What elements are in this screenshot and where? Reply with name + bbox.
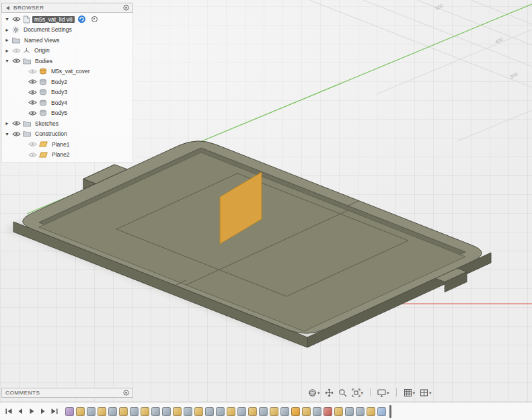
visibility-eye-icon[interactable] [28, 141, 37, 147]
timeline-feature-sketch[interactable] [141, 407, 149, 416]
timeline-feature-extrude[interactable] [237, 407, 246, 416]
browser-item-origin[interactable]: ▸Origin [2, 46, 132, 56]
visibility-eye-icon[interactable] [28, 99, 37, 106]
browser-item-construction[interactable]: ▾Construction [2, 129, 132, 140]
timeline-feature-extrude[interactable] [345, 407, 354, 416]
expand-icon[interactable]: ▸ [4, 48, 10, 54]
comments-title: COMMENTS [5, 390, 40, 396]
orbit-button[interactable]: ▾ [308, 388, 320, 397]
step-forward-button[interactable] [38, 407, 48, 417]
browser-item-label: Body2 [49, 79, 69, 85]
timeline-feature-sketch[interactable] [76, 407, 85, 416]
collapse-icon[interactable]: ▾ [4, 58, 10, 64]
expand-icon[interactable]: ▸ [4, 37, 10, 43]
timeline-feature-extrude[interactable] [130, 407, 139, 416]
timeline-feature-sketch[interactable] [334, 407, 343, 416]
panel-options-icon[interactable] [123, 5, 129, 11]
collapse-icon[interactable]: ▾ [4, 16, 10, 22]
grid-snaps-button[interactable]: ▾ [404, 388, 416, 397]
timeline-feature-sketch[interactable] [119, 407, 128, 416]
browser-item-bodies[interactable]: ▾Bodies [2, 56, 132, 67]
expand-icon[interactable]: ▸ [4, 27, 10, 33]
viewport-canvas[interactable]: 500400300 BROWSER ▾m5s_vat_lid v8▸Docume… [0, 0, 532, 402]
dropdown-caret-icon: ▾ [429, 390, 432, 395]
browser-title: BROWSER [13, 5, 44, 11]
visibility-eye-icon[interactable] [12, 16, 21, 22]
display-settings-button[interactable]: ▾ [377, 388, 389, 397]
visibility-eye-icon[interactable] [28, 152, 37, 158]
model-vat-lid[interactable] [4, 141, 491, 347]
dropdown-caret-icon: ▾ [317, 390, 320, 395]
timeline-feature-extrude[interactable] [313, 407, 321, 416]
timeline-feature-sketch[interactable] [173, 407, 182, 416]
browser-item-body4[interactable]: Body4 [2, 97, 132, 108]
timeline-feature-extrude[interactable] [87, 407, 96, 416]
visibility-eye-icon[interactable] [28, 79, 37, 85]
timeline-feature-extrude[interactable] [259, 407, 268, 416]
viewports-button[interactable]: ▾ [420, 388, 432, 397]
dropdown-caret-icon: ▾ [361, 390, 364, 395]
visibility-eye-icon[interactable] [12, 120, 21, 126]
browser-item-body2[interactable]: Body2 [2, 77, 132, 87]
timeline-feature-sketch[interactable] [248, 407, 257, 416]
browser-item-body5[interactable]: Body5 [2, 108, 132, 119]
browser-item-plane1[interactable]: Plane1 [2, 139, 132, 150]
timeline-position-marker[interactable] [389, 405, 391, 418]
document-icon [23, 15, 30, 24]
comments-options-icon[interactable] [123, 390, 129, 396]
timeline-feature-sketch[interactable] [367, 407, 375, 416]
expand-icon[interactable]: ▸ [4, 120, 10, 126]
browser-item-label: Body5 [49, 110, 69, 116]
timeline-feature-sketch[interactable] [270, 407, 278, 416]
pan-button[interactable] [325, 388, 334, 397]
browser-item-plane2[interactable]: Plane2 [2, 150, 132, 161]
timeline-feature-mirror[interactable] [377, 407, 386, 416]
visibility-eye-icon[interactable] [12, 58, 21, 64]
timeline-feature-combine[interactable] [324, 407, 332, 416]
browser-item-label: m5s_vat_lid v8 [32, 16, 75, 23]
zoom-button[interactable] [338, 388, 347, 397]
browser-item-body3[interactable]: Body3 [2, 87, 132, 98]
browser-item-m5s-vat-lid-v8[interactable]: ▾m5s_vat_lid v8 [2, 14, 132, 25]
timeline-feature-extrude[interactable] [162, 407, 171, 416]
collapse-icon[interactable]: ▾ [4, 131, 10, 137]
browser-item-named-views[interactable]: ▸Named Views [2, 35, 132, 46]
navbar-separator [370, 388, 371, 396]
pan-icon [325, 388, 334, 397]
timeline-feature-plane[interactable] [291, 407, 300, 416]
browser-item-document-settings[interactable]: ▸Document Settings [2, 25, 132, 36]
view-navbar: ▾▾▾▾▾ [308, 386, 432, 398]
visibility-eye-icon[interactable] [28, 110, 37, 116]
timeline-feature-extrude[interactable] [356, 407, 365, 416]
visibility-eye-icon[interactable] [28, 69, 37, 75]
body-icon [39, 110, 47, 116]
browser-item-label: Plane2 [50, 151, 71, 158]
timeline-feature-form[interactable] [65, 407, 74, 416]
timeline-feature-sketch[interactable] [302, 407, 311, 416]
timeline-feature-extrude[interactable] [184, 407, 192, 416]
collapse-panel-icon[interactable] [5, 5, 10, 11]
timeline-feature-sketch[interactable] [98, 407, 106, 416]
browser-item-label: Origin [32, 47, 52, 54]
timeline-feature-extrude[interactable] [205, 407, 214, 416]
folder-icon [12, 37, 20, 44]
browser-item-label: Bodies [33, 58, 54, 65]
timeline-feature-extrude[interactable] [151, 407, 160, 416]
play-button[interactable] [26, 407, 36, 417]
fit-button[interactable]: ▾ [352, 388, 364, 397]
browser-item-m5s-vat-cover[interactable]: M5s_vat_cover [2, 67, 132, 77]
visibility-eye-icon[interactable] [12, 48, 21, 54]
visibility-eye-icon[interactable] [28, 89, 37, 95]
timeline-feature-extrude[interactable] [108, 407, 117, 416]
folder-icon [23, 130, 31, 137]
go-to-start-button[interactable] [3, 407, 13, 417]
timeline-feature-extrude[interactable] [280, 407, 289, 416]
orbit-icon [308, 388, 317, 397]
timeline-feature-extrude[interactable] [216, 407, 225, 416]
timeline-feature-sketch[interactable] [227, 407, 235, 416]
step-back-button[interactable] [15, 407, 25, 417]
timeline-feature-sketch[interactable] [194, 407, 203, 416]
visibility-eye-icon[interactable] [12, 131, 21, 137]
go-to-end-button[interactable] [49, 407, 59, 417]
browser-item-sketches[interactable]: ▸Sketches [2, 118, 132, 129]
